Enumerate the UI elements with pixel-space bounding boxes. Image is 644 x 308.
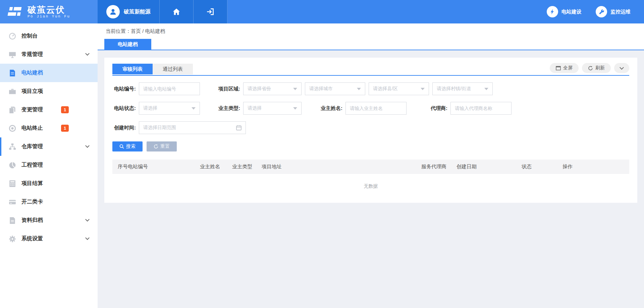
nav-label: 电站建设 bbox=[561, 9, 582, 15]
fullscreen-icon bbox=[556, 66, 561, 70]
copy-icon bbox=[9, 106, 16, 114]
station-no-input[interactable] bbox=[139, 82, 200, 95]
user-menu[interactable]: 破茧新能源 bbox=[98, 0, 160, 23]
sidebar-scrollbar[interactable] bbox=[0, 137, 1, 156]
reset-icon bbox=[154, 144, 158, 149]
sidebar-item-type2-card[interactable]: 开二类卡 bbox=[0, 193, 98, 211]
owner-type-select[interactable]: 请选择 bbox=[243, 102, 302, 115]
caret-down-icon bbox=[421, 88, 425, 90]
col-service-agent: 服务代理商 bbox=[421, 164, 457, 170]
chevron-down-icon bbox=[620, 65, 624, 70]
sidebar-item-general-mgmt[interactable]: 常规管理 bbox=[0, 45, 98, 64]
pie-chart-icon bbox=[9, 162, 16, 169]
col-status: 状态 bbox=[522, 164, 562, 170]
sidebar-item-change-mgmt[interactable]: 变更管理 1 bbox=[0, 101, 98, 119]
header-spacer bbox=[227, 0, 547, 23]
home-button[interactable] bbox=[160, 0, 194, 23]
agent-label: 代理商: bbox=[424, 105, 447, 112]
sidebar-item-project-initiation[interactable]: 项目立项 bbox=[0, 82, 98, 101]
table-header-row: 序号 电站编号 业主姓名 业主类型 项目地址 服务代理商 创建日期 状态 操作 bbox=[112, 160, 629, 174]
file-icon bbox=[9, 217, 16, 224]
nav-label: 监控运维 bbox=[610, 9, 631, 15]
collapse-button[interactable] bbox=[614, 63, 629, 73]
town-select[interactable]: 请选择村镇/街道 bbox=[432, 82, 493, 95]
dashboard-icon bbox=[9, 33, 16, 40]
reset-button[interactable]: 重置 bbox=[147, 141, 177, 151]
top-header: 破茧云伏 Po Jian Yun Fu 破茧新能源 bbox=[0, 0, 644, 23]
brand-logo-icon bbox=[6, 5, 23, 18]
city-select[interactable]: 请选择城市 bbox=[305, 82, 365, 95]
sidebar-item-project-settlement[interactable]: 项目结算 bbox=[0, 174, 98, 193]
panel-tabs: 审核列表 通过列表 全屏 刷新 bbox=[112, 63, 629, 76]
sidebar-item-console[interactable]: 控制台 bbox=[0, 27, 98, 45]
province-select[interactable]: 请选择省份 bbox=[243, 82, 302, 95]
empty-state: 无数据 bbox=[112, 174, 629, 193]
sidebar: 控制台 常规管理 电站建档 项目立项 变更管理 bbox=[0, 23, 98, 308]
wrench-icon bbox=[596, 6, 607, 17]
document-icon bbox=[9, 69, 16, 77]
company-name: 破茧新能源 bbox=[124, 8, 151, 15]
sidebar-item-station-termination[interactable]: 电站终止 1 bbox=[0, 119, 98, 137]
search-button[interactable]: 搜索 bbox=[112, 141, 143, 151]
col-owner-name: 业主姓名 bbox=[200, 164, 232, 170]
col-station-no: 电站编号 bbox=[128, 164, 200, 170]
caret-down-icon bbox=[192, 107, 196, 110]
caret-down-icon bbox=[484, 88, 488, 90]
region-label: 项目区域: bbox=[217, 86, 240, 92]
lightning-icon bbox=[547, 6, 558, 17]
sidebar-item-data-archive[interactable]: 资料归档 bbox=[0, 211, 98, 230]
main-content: 当前位置： 首页 / 电站建档 电站建档 审核列表 通过列表 全屏 bbox=[98, 23, 644, 308]
brand-logo: 破茧云伏 Po Jian Yun Fu bbox=[0, 0, 98, 23]
caret-down-icon bbox=[293, 88, 297, 90]
chevron-down-icon bbox=[85, 143, 90, 148]
caret-down-icon bbox=[357, 88, 361, 90]
refresh-icon bbox=[588, 66, 593, 71]
create-time-label: 创建时间: bbox=[112, 125, 136, 131]
col-project-address: 项目地址 bbox=[262, 164, 421, 170]
station-status-select[interactable]: 请选择 bbox=[139, 102, 200, 115]
tab-review-list[interactable]: 审核列表 bbox=[112, 64, 153, 74]
sidebar-item-station-archive[interactable]: 电站建档 bbox=[0, 64, 98, 82]
sitemap-icon bbox=[9, 143, 16, 150]
breadcrumb: 当前位置： 首页 / 电站建档 bbox=[98, 23, 644, 39]
agent-input[interactable] bbox=[450, 102, 512, 115]
results-table: 序号 电站编号 业主姓名 业主类型 项目地址 服务代理商 创建日期 状态 操作 … bbox=[112, 160, 629, 193]
refresh-button[interactable]: 刷新 bbox=[582, 63, 611, 73]
owner-type-label: 业主类型: bbox=[217, 105, 240, 112]
station-no-label: 电站编号: bbox=[112, 86, 136, 92]
col-index: 序号 bbox=[112, 164, 128, 170]
calendar-icon bbox=[236, 125, 241, 130]
notification-badge: 1 bbox=[61, 106, 69, 113]
calculator-icon bbox=[9, 180, 16, 187]
owner-name-input[interactable] bbox=[345, 102, 407, 115]
search-icon bbox=[119, 144, 124, 149]
county-select[interactable]: 请选择县/区 bbox=[369, 82, 429, 95]
home-icon bbox=[172, 8, 180, 16]
caret-down-icon bbox=[293, 107, 297, 110]
brand-subtitle: Po Jian Yun Fu bbox=[28, 14, 70, 18]
sidebar-item-system-settings[interactable]: 系统设置 bbox=[0, 230, 98, 248]
list-panel: 审核列表 通过列表 全屏 刷新 bbox=[104, 58, 637, 203]
sidebar-item-engineering-mgmt[interactable]: 工程管理 bbox=[0, 156, 98, 174]
target-icon bbox=[9, 125, 16, 132]
signin-icon bbox=[206, 7, 215, 16]
sidebar-item-warehouse-mgmt[interactable]: 仓库管理 bbox=[0, 137, 98, 156]
breadcrumb-path[interactable]: 首页 / 电站建档 bbox=[131, 28, 165, 35]
briefcase-icon bbox=[9, 88, 16, 95]
brand-name: 破茧云伏 bbox=[28, 5, 70, 14]
nav-monitor-ops[interactable]: 监控运维 bbox=[596, 6, 631, 17]
card-icon bbox=[9, 198, 16, 206]
breadcrumb-label: 当前位置： bbox=[106, 28, 131, 35]
col-owner-type: 业主类型 bbox=[232, 164, 262, 170]
notification-badge: 1 bbox=[61, 125, 69, 132]
chevron-down-icon bbox=[85, 51, 90, 56]
tab-passed-list[interactable]: 通过列表 bbox=[153, 64, 193, 74]
fullscreen-button[interactable]: 全屏 bbox=[550, 63, 579, 73]
chevron-down-icon bbox=[85, 236, 90, 240]
chevron-down-icon bbox=[85, 217, 90, 222]
nav-station-construction[interactable]: 电站建设 bbox=[547, 6, 582, 17]
page-tab-station-archive[interactable]: 电站建档 bbox=[104, 39, 151, 50]
date-range-input[interactable]: 请选择日期范围 bbox=[139, 121, 246, 134]
monitor-icon bbox=[9, 51, 16, 58]
signin-button[interactable] bbox=[194, 0, 227, 23]
